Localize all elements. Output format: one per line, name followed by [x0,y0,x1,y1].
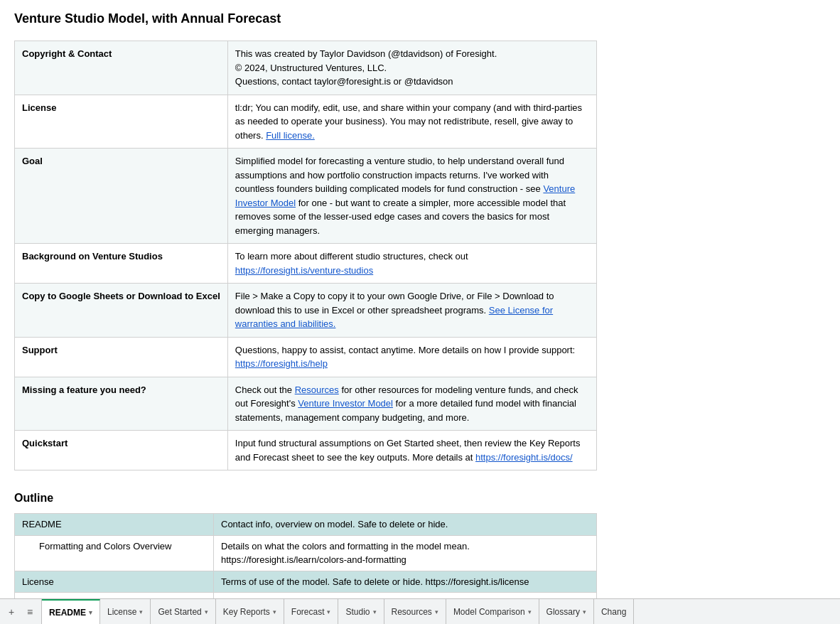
tabs-container: README ▾ License ▾ Get Started ▾ Key Rep… [42,599,634,624]
tab-bar-controls: + ≡ [0,599,42,624]
table-row: Missing a feature you need? Check out th… [15,377,597,431]
row-content: Input fund structural assumptions on Get… [227,431,596,470]
tab-get-started-label: Get Started [158,607,201,617]
page-title: Venture Studio Model, with Annual Foreca… [14,11,597,26]
tab-resources-arrow: ▾ [435,608,438,615]
row-content: tl:dr; You can modify, edit, use, and sh… [227,95,596,149]
venture-investor-model-link-2[interactable]: Venture Investor Model [298,398,393,409]
row-content: Questions, happy to assist, contact anyt… [227,337,596,377]
row-label: Missing a feature you need? [15,377,228,431]
outline-title: Outline [14,492,597,505]
help-link[interactable]: https://foresight.is/help [235,358,328,369]
venture-investor-model-link-1[interactable]: Venture Investor Model [235,183,575,208]
tab-key-reports-label: Key Reports [223,607,270,617]
tab-forecast-label: Forecast [291,607,325,617]
row-label: License [15,95,228,149]
row-content: File > Make a Copy to copy it to your ow… [227,284,596,338]
tab-model-comparison-label: Model Comparison [453,607,525,617]
add-sheet-button[interactable]: + [3,603,20,620]
outline-description: Terms of use of the model. Safe to delet… [214,571,597,593]
tab-studio-arrow: ▾ [373,608,377,615]
row-content: To learn more about different studio str… [227,244,596,284]
outline-row: License Terms of use of the model. Safe … [15,571,597,593]
outline-label: Formatting and Colors Overview [15,535,214,571]
venture-studios-link[interactable]: https://foresight.is/venture-studios [235,265,373,276]
tab-forecast-arrow: ▾ [327,608,330,615]
outline-row: README Contact info, overview on model. … [15,514,597,536]
tab-license[interactable]: License ▾ [100,599,151,624]
tab-license-label: License [107,607,136,617]
tab-studio-label: Studio [345,607,370,617]
tab-readme-label: README [49,608,86,618]
tab-resources[interactable]: Resources ▾ [384,599,446,624]
tab-studio[interactable]: Studio ▾ [338,599,384,624]
row-label: Copy to Google Sheets or Download to Exc… [15,284,228,338]
info-table: Copyright & Contact This was created by … [14,41,597,470]
tab-forecast[interactable]: Forecast ▾ [284,599,339,624]
row-label: Background on Venture Studios [15,244,228,284]
table-row: Quickstart Input fund structural assumpt… [15,431,597,470]
tab-key-reports[interactable]: Key Reports ▾ [216,599,284,624]
tab-readme-arrow: ▾ [89,609,92,616]
main-content: Venture Studio Model, with Annual Foreca… [0,0,611,624]
resources-link[interactable]: Resources [295,384,339,395]
row-label: Support [15,337,228,377]
tab-glossary-arrow: ▾ [583,608,586,615]
table-row: Background on Venture Studios To learn m… [15,244,597,284]
table-row: License tl:dr; You can modify, edit, use… [15,95,597,149]
row-label: Goal [15,149,228,244]
license-link[interactable]: See License for warranties and liabiliti… [235,305,553,330]
row-label: Copyright & Contact [15,41,228,95]
tab-model-comparison[interactable]: Model Comparison ▾ [446,599,539,624]
tab-chang[interactable]: Chang [594,599,634,624]
outline-description: Contact info, overview on model. Safe to… [214,514,597,536]
row-label: Quickstart [15,431,228,470]
tab-model-comparison-arrow: ▾ [528,608,532,615]
outline-row: Formatting and Colors Overview Details o… [15,535,597,571]
tab-key-reports-arrow: ▾ [273,608,276,615]
tab-resources-label: Resources [392,607,432,617]
docs-link[interactable]: https://foresight.is/docs/ [475,452,573,463]
tab-chang-label: Chang [601,607,626,617]
sheet-menu-button[interactable]: ≡ [21,603,38,620]
outline-label: README [15,514,214,536]
full-license-link[interactable]: Full license. [266,130,315,141]
row-content: This was created by Taylor Davidson (@td… [227,41,596,95]
tab-glossary-label: Glossary [546,607,580,617]
tab-license-arrow: ▾ [139,608,143,615]
row-content: Check out the Resources for other resour… [227,377,596,431]
outline-label: License [15,571,214,593]
indent-label: Formatting and Colors Overview [22,541,171,552]
outline-description: Details on what the colors and formattin… [214,535,597,571]
table-row: Copyright & Contact This was created by … [15,41,597,95]
table-row: Goal Simplified model for forecasting a … [15,149,597,244]
table-row: Support Questions, happy to assist, cont… [15,337,597,377]
tab-get-started[interactable]: Get Started ▾ [151,599,215,624]
row-content: Simplified model for forecasting a ventu… [227,149,596,244]
tab-glossary[interactable]: Glossary ▾ [539,599,594,624]
table-row: Copy to Google Sheets or Download to Exc… [15,284,597,338]
tab-bar: + ≡ README ▾ License ▾ Get Started ▾ Key… [0,598,840,624]
tab-readme[interactable]: README ▾ [42,599,100,624]
tab-get-started-arrow: ▾ [205,608,208,615]
